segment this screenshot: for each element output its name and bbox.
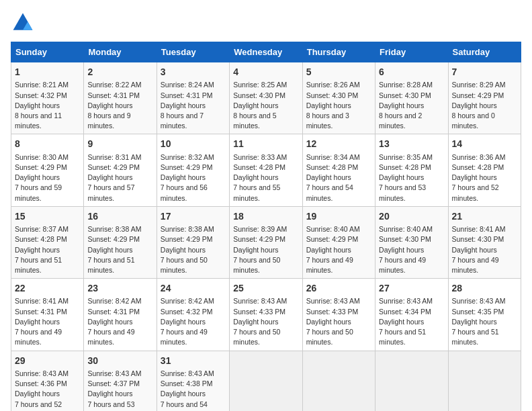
sunrise: Sunrise: 8:21 AM bbox=[15, 81, 69, 89]
daylight-value: 7 hours and 49 minutes. bbox=[15, 328, 62, 346]
day-number: 1 bbox=[15, 65, 80, 79]
day-cell: 2Sunrise: 8:22 AMSunset: 4:31 PMDaylight… bbox=[84, 62, 157, 134]
daylight-label: Daylight hours bbox=[161, 173, 206, 181]
daylight-label: Daylight hours bbox=[233, 318, 278, 326]
sunset: Sunset: 4:28 PM bbox=[379, 163, 431, 171]
sunset: Sunset: 4:31 PM bbox=[161, 91, 213, 99]
daylight-value: 7 hours and 55 minutes. bbox=[233, 183, 280, 201]
week-row-5: 29Sunrise: 8:43 AMSunset: 4:36 PMDayligh… bbox=[11, 351, 521, 411]
daylight-value: 7 hours and 51 minutes. bbox=[379, 328, 426, 346]
sunset: Sunset: 4:35 PM bbox=[452, 308, 504, 316]
daylight-value: 7 hours and 51 minutes. bbox=[87, 256, 134, 274]
sunset: Sunset: 4:30 PM bbox=[379, 91, 431, 99]
daylight-label: Daylight hours bbox=[161, 318, 206, 326]
daylight-label: Daylight hours bbox=[452, 101, 497, 109]
daylight-label: Daylight hours bbox=[233, 101, 278, 109]
day-cell: 10Sunrise: 8:32 AMSunset: 4:29 PMDayligh… bbox=[157, 134, 229, 206]
sunrise: Sunrise: 8:24 AM bbox=[161, 81, 214, 89]
daylight-value: 7 hours and 54 minutes. bbox=[161, 400, 208, 411]
daylight-value: 8 hours and 5 minutes. bbox=[233, 111, 276, 130]
sunrise: Sunrise: 8:43 AM bbox=[306, 297, 360, 305]
logo bbox=[11, 11, 39, 35]
sunset: Sunset: 4:29 PM bbox=[452, 91, 504, 99]
day-number: 27 bbox=[379, 281, 444, 295]
col-header-tuesday: Tuesday bbox=[157, 42, 229, 62]
day-number: 31 bbox=[161, 354, 226, 367]
day-cell: 29Sunrise: 8:43 AMSunset: 4:36 PMDayligh… bbox=[11, 351, 84, 411]
daylight-label: Daylight hours bbox=[87, 101, 132, 109]
daylight-label: Daylight hours bbox=[15, 318, 60, 326]
sunrise: Sunrise: 8:42 AM bbox=[161, 297, 214, 305]
day-number: 13 bbox=[379, 137, 444, 150]
daylight-label: Daylight hours bbox=[161, 246, 206, 254]
daylight-value: 7 hours and 49 minutes. bbox=[306, 256, 353, 274]
day-number: 4 bbox=[233, 65, 298, 79]
day-cell: 13Sunrise: 8:35 AMSunset: 4:28 PMDayligh… bbox=[375, 134, 448, 206]
sunset: Sunset: 4:29 PM bbox=[87, 163, 140, 171]
sunrise: Sunrise: 8:43 AM bbox=[161, 369, 214, 377]
daylight-label: Daylight hours bbox=[452, 246, 497, 254]
sunrise: Sunrise: 8:36 AM bbox=[452, 153, 506, 161]
daylight-value: 7 hours and 52 minutes. bbox=[15, 400, 62, 411]
day-cell: 1Sunrise: 8:21 AMSunset: 4:32 PMDaylight… bbox=[11, 62, 84, 134]
daylight-label: Daylight hours bbox=[379, 101, 424, 109]
day-cell: 21Sunrise: 8:41 AMSunset: 4:30 PMDayligh… bbox=[448, 206, 521, 278]
sunset: Sunset: 4:29 PM bbox=[15, 163, 67, 171]
day-number: 2 bbox=[87, 65, 152, 79]
daylight-label: Daylight hours bbox=[452, 318, 497, 326]
calendar-table: SundayMondayTuesdayWednesdayThursdayFrid… bbox=[11, 42, 521, 411]
daylight-label: Daylight hours bbox=[87, 318, 132, 326]
daylight-label: Daylight hours bbox=[87, 390, 132, 398]
day-cell: 24Sunrise: 8:42 AMSunset: 4:32 PMDayligh… bbox=[157, 279, 229, 351]
logo-icon bbox=[11, 11, 35, 35]
daylight-label: Daylight hours bbox=[15, 173, 60, 181]
day-cell: 12Sunrise: 8:34 AMSunset: 4:28 PMDayligh… bbox=[302, 134, 375, 206]
day-cell: 14Sunrise: 8:36 AMSunset: 4:28 PMDayligh… bbox=[448, 134, 521, 206]
daylight-value: 7 hours and 52 minutes. bbox=[452, 183, 499, 201]
daylight-label: Daylight hours bbox=[233, 173, 278, 181]
sunset: Sunset: 4:29 PM bbox=[161, 163, 213, 171]
sunset: Sunset: 4:30 PM bbox=[452, 235, 504, 243]
daylight-value: 7 hours and 54 minutes. bbox=[306, 183, 353, 201]
daylight-value: 8 hours and 3 minutes. bbox=[306, 111, 349, 130]
sunset: Sunset: 4:31 PM bbox=[87, 91, 140, 99]
day-cell: 30Sunrise: 8:43 AMSunset: 4:37 PMDayligh… bbox=[84, 351, 157, 411]
day-number: 7 bbox=[452, 65, 517, 79]
daylight-value: 7 hours and 59 minutes. bbox=[15, 183, 62, 201]
sunset: Sunset: 4:29 PM bbox=[233, 235, 285, 243]
daylight-label: Daylight hours bbox=[87, 246, 132, 254]
sunset: Sunset: 4:33 PM bbox=[233, 308, 285, 316]
sunset: Sunset: 4:28 PM bbox=[306, 163, 359, 171]
sunrise: Sunrise: 8:40 AM bbox=[306, 225, 360, 233]
day-cell: 20Sunrise: 8:40 AMSunset: 4:30 PMDayligh… bbox=[375, 206, 448, 278]
daylight-label: Daylight hours bbox=[306, 101, 351, 109]
day-number: 21 bbox=[452, 210, 517, 223]
sunset: Sunset: 4:29 PM bbox=[87, 235, 140, 243]
sunrise: Sunrise: 8:43 AM bbox=[15, 369, 69, 377]
day-number: 18 bbox=[233, 210, 298, 223]
day-cell: 6Sunrise: 8:28 AMSunset: 4:30 PMDaylight… bbox=[375, 62, 448, 134]
daylight-value: 7 hours and 49 minutes. bbox=[161, 328, 208, 346]
sunrise: Sunrise: 8:30 AM bbox=[15, 153, 69, 161]
day-cell: 18Sunrise: 8:39 AMSunset: 4:29 PMDayligh… bbox=[230, 206, 302, 278]
sunrise: Sunrise: 8:42 AM bbox=[87, 297, 141, 305]
sunrise: Sunrise: 8:33 AM bbox=[233, 153, 287, 161]
sunrise: Sunrise: 8:29 AM bbox=[452, 81, 506, 89]
daylight-value: 7 hours and 49 minutes. bbox=[452, 256, 499, 274]
day-cell: 19Sunrise: 8:40 AMSunset: 4:29 PMDayligh… bbox=[302, 206, 375, 278]
col-header-friday: Friday bbox=[375, 42, 448, 62]
day-cell: 5Sunrise: 8:26 AMSunset: 4:30 PMDaylight… bbox=[302, 62, 375, 134]
daylight-label: Daylight hours bbox=[379, 318, 424, 326]
sunset: Sunset: 4:30 PM bbox=[306, 91, 359, 99]
day-cell bbox=[448, 351, 521, 411]
daylight-value: 7 hours and 51 minutes. bbox=[452, 328, 499, 346]
sunset: Sunset: 4:29 PM bbox=[306, 235, 359, 243]
day-cell: 26Sunrise: 8:43 AMSunset: 4:33 PMDayligh… bbox=[302, 279, 375, 351]
daylight-label: Daylight hours bbox=[161, 390, 206, 398]
sunrise: Sunrise: 8:25 AM bbox=[233, 81, 287, 89]
sunrise: Sunrise: 8:43 AM bbox=[452, 297, 506, 305]
day-number: 23 bbox=[87, 281, 152, 295]
daylight-label: Daylight hours bbox=[306, 246, 351, 254]
day-number: 28 bbox=[452, 281, 517, 295]
sunset: Sunset: 4:34 PM bbox=[379, 308, 431, 316]
